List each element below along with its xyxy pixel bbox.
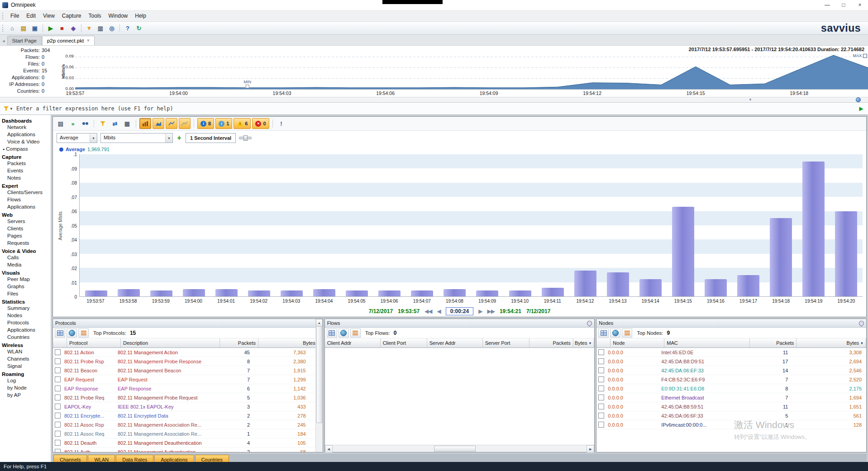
column-header-mac[interactable]: MAC: [664, 338, 750, 347]
timeline-scrollbar[interactable]: [0, 97, 868, 103]
menu-item-help[interactable]: Help: [131, 11, 150, 20]
protocol-row[interactable]: 802.11 Probe Rsp802.11 Management Probe …: [53, 357, 316, 366]
protocol-row[interactable]: 802.11 Probe Req802.11 Management Probe …: [53, 393, 316, 402]
scroll-thumb[interactable]: [316, 326, 322, 423]
row-checkbox[interactable]: [55, 404, 61, 409]
filter-menu-button[interactable]: ▼: [1, 106, 15, 111]
table-view-button[interactable]: [55, 328, 65, 338]
sidebar-item-applications[interactable]: Applications: [0, 204, 51, 211]
table-view-button[interactable]: [327, 328, 337, 338]
close-button[interactable]: ×: [852, 0, 868, 10]
sidebar-item-protocols[interactable]: Protocols: [0, 319, 51, 327]
column-header-node[interactable]: Node: [610, 338, 664, 347]
row-checkbox[interactable]: [598, 413, 604, 419]
protocol-row[interactable]: EAP ResponseEAP Response61,142: [53, 384, 316, 393]
row-checkbox[interactable]: [55, 349, 61, 355]
column-header-packets[interactable]: Packets: [750, 338, 796, 347]
add-graph-button[interactable]: +: [176, 134, 182, 142]
globe-view-button[interactable]: [610, 328, 620, 338]
timeline-scroll-dot[interactable]: [749, 99, 751, 100]
tab-p2p-connect-pkt[interactable]: p2p connect.pkt×: [42, 36, 95, 45]
node-row[interactable]: 0.0.0.0Intel:45:ED:0E113,308: [596, 348, 866, 357]
column-header-checkbox[interactable]: [596, 338, 610, 347]
bar-chart-button[interactable]: [139, 118, 151, 129]
protocol-row[interactable]: 802.11 Action802.11 Management Action457…: [53, 348, 316, 357]
filter-button[interactable]: [97, 119, 108, 128]
tab-close-icon[interactable]: ×: [87, 38, 90, 43]
tab-scroll-left-icon[interactable]: ◂: [1, 38, 7, 45]
row-checkbox[interactable]: [55, 413, 61, 419]
find-button[interactable]: [80, 119, 91, 128]
protocol-row[interactable]: 802.11 Assoc Rsp802.11 Management Associ…: [53, 420, 316, 429]
protocol-row[interactable]: EAPOL-KeyIEEE 802.1x EAPOL-Key3433: [53, 402, 316, 411]
row-checkbox[interactable]: [598, 349, 604, 355]
column-header-packets[interactable]: Packets: [220, 338, 258, 347]
column-header-server-addr[interactable]: Server Addr: [427, 338, 483, 347]
node-row[interactable]: 0.0.0.0F4:CB:52:3C:E6:F972,520: [596, 375, 866, 384]
sidebar-item-applications[interactable]: Applications: [0, 327, 51, 334]
node-row[interactable]: 0.0.0.0Ethernet Broadcast71,694: [596, 393, 866, 402]
sidebar-item-by-ap[interactable]: by AP: [0, 392, 51, 399]
menu-item-edit[interactable]: Edit: [23, 11, 39, 20]
protocol-row[interactable]: 802.11 Encrypte...802.11 Encrypted Data2…: [53, 411, 316, 420]
row-checkbox[interactable]: [55, 449, 61, 452]
sort-button[interactable]: [78, 328, 89, 338]
sidebar-item-calls[interactable]: Calls: [0, 254, 51, 262]
scroll-up-icon[interactable]: ▲: [316, 319, 323, 327]
column-header-client-port[interactable]: Client Port: [381, 338, 427, 347]
column-header-client-addr[interactable]: Client Addr: [325, 338, 381, 347]
sidebar-item-compass[interactable]: ●Compass: [0, 146, 51, 153]
row-checkbox[interactable]: [598, 395, 604, 400]
sidebar-item-wlan[interactable]: WLAN: [0, 348, 51, 356]
notes-button[interactable]: ▥: [95, 23, 106, 33]
row-checkbox[interactable]: [598, 358, 604, 364]
protocol-row[interactable]: 802.11 Assoc Req802.11 Management Associ…: [53, 429, 316, 438]
row-checkbox[interactable]: [55, 367, 61, 373]
sidebar-item-applications[interactable]: Applications: [0, 131, 51, 138]
update-button[interactable]: ↻: [134, 23, 144, 33]
sidebar-item-countries[interactable]: Countries: [0, 334, 51, 341]
units-select[interactable]: Mbits ▼: [100, 133, 173, 143]
flows-horizontal-scrollbar[interactable]: ◀ ▶: [325, 445, 595, 452]
protocol-row[interactable]: 802.11 Beacon802.11 Management Beacon71,…: [53, 366, 316, 375]
sidebar-item-clients-servers[interactable]: Clients/Servers: [0, 189, 51, 196]
sidebar-item-files[interactable]: Files: [0, 290, 51, 298]
nav-forward-fast-button[interactable]: ▶▶: [487, 308, 494, 314]
sidebar-item-by-node[interactable]: by Node: [0, 385, 51, 392]
auto-update-button[interactable]: »: [67, 119, 78, 128]
row-checkbox[interactable]: [55, 395, 61, 400]
maximize-button[interactable]: □: [835, 0, 852, 10]
row-checkbox[interactable]: [55, 440, 61, 446]
protocol-row[interactable]: 802.11 Auth802.11 Management Authenticat…: [53, 447, 316, 452]
row-checkbox[interactable]: [55, 358, 61, 364]
compass-plot[interactable]: [79, 154, 863, 297]
menu-item-file[interactable]: File: [7, 11, 23, 20]
row-checkbox[interactable]: [598, 376, 604, 382]
column-header-packets[interactable]: Packets: [529, 338, 573, 347]
scroll-thumb[interactable]: [434, 446, 476, 452]
pin-icon[interactable]: [586, 319, 593, 327]
menu-item-tools[interactable]: Tools: [85, 11, 105, 20]
menu-item-window[interactable]: Window: [105, 11, 132, 20]
nav-back-fast-button[interactable]: ◀◀: [424, 308, 432, 314]
open-file-button[interactable]: ▤: [18, 23, 29, 33]
sidebar-item-media[interactable]: Media: [0, 262, 51, 269]
sort-button[interactable]: [622, 328, 632, 338]
node-row[interactable]: 0.0.0.042:45:DA:B8:59:51111,651: [596, 402, 866, 411]
sidebar-item-clients[interactable]: Clients: [0, 225, 51, 233]
start-page-button[interactable]: ⌂: [7, 23, 18, 33]
column-header-bytes[interactable]: Bytes▼: [258, 338, 323, 347]
sidebar-item-packets[interactable]: Packets: [0, 160, 51, 167]
sort-button[interactable]: [350, 328, 361, 338]
stop-capture-button[interactable]: ■: [57, 23, 67, 33]
nav-back-button[interactable]: ◀: [437, 308, 441, 314]
aggregate-select[interactable]: Average ▼: [57, 133, 97, 143]
data-table-button[interactable]: ▦: [122, 119, 133, 128]
interval-box[interactable]: 1 Second Interval: [186, 133, 236, 143]
sidebar-item-channels[interactable]: Channels: [0, 356, 51, 363]
row-checkbox[interactable]: [55, 431, 61, 437]
row-checkbox[interactable]: [55, 376, 61, 382]
column-header-bytes[interactable]: Bytes▼: [573, 338, 595, 347]
sidebar-item-summary[interactable]: Summary: [0, 305, 51, 312]
node-row[interactable]: 0.0.0.042:45:DA:06:EF:33142,546: [596, 366, 866, 375]
